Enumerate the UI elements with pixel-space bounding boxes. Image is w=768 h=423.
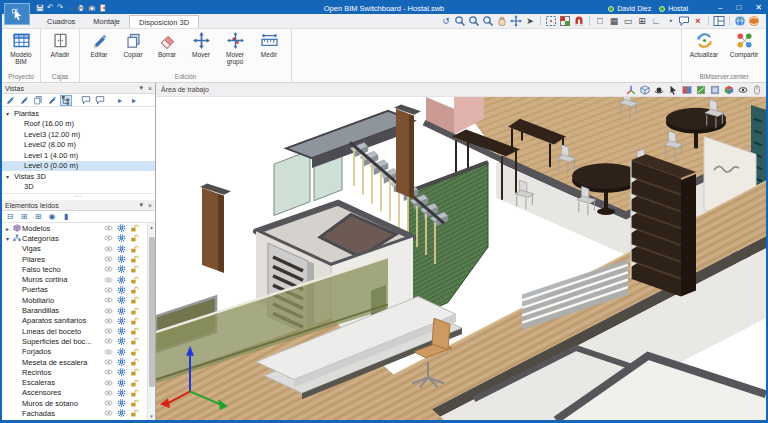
eye-icon[interactable] (104, 234, 113, 242)
zoom-extents-icon[interactable] (468, 15, 480, 27)
lock-icon[interactable] (130, 327, 139, 335)
eye-icon[interactable] (104, 409, 113, 417)
capture-frame-icon[interactable] (545, 15, 557, 27)
app-menu-button[interactable] (4, 3, 30, 25)
planta-level3[interactable]: Level3 (12.00 m) (2, 129, 155, 140)
category-aparatos-sanitarios[interactable]: Aparatos sanitarios (2, 316, 155, 326)
tab-montaje[interactable]: Montaje (84, 15, 129, 28)
category-vigas[interactable]: Vigas (2, 244, 155, 254)
category-muros-sotano[interactable]: Muros de sótano (2, 398, 155, 408)
flag-view-icon[interactable]: ▸ (114, 95, 126, 106)
lock-icon[interactable] (130, 379, 139, 387)
iso-cube-icon[interactable] (640, 85, 650, 95)
multi-view-cube-icon[interactable] (724, 85, 734, 95)
planta-level0-selected[interactable]: Level 0 (0.00 m) (2, 161, 155, 172)
gear-icon[interactable] (117, 276, 126, 284)
orbit-mode-icon[interactable] (654, 85, 664, 95)
delete-tool-icon[interactable]: × (692, 15, 704, 27)
save-icon[interactable] (36, 4, 44, 12)
orbit-icon[interactable]: ↺ (440, 15, 452, 27)
category-mobiliario[interactable]: Mobiliario (2, 295, 155, 305)
flag-view-2-icon[interactable]: ▸ (128, 95, 140, 106)
mover-button[interactable]: Mover (184, 30, 218, 72)
zoom-icon[interactable] (66, 4, 74, 12)
zoom-window-icon[interactable] (454, 15, 466, 27)
search-elements-icon[interactable]: ◉ (46, 211, 58, 222)
eye-icon[interactable] (104, 317, 113, 325)
gear-icon[interactable] (117, 317, 126, 325)
view-tree-icon[interactable] (60, 95, 72, 106)
protractor-icon[interactable]: ◔ (664, 15, 676, 27)
eye-icon[interactable] (104, 348, 113, 356)
render-mode-icon[interactable] (696, 85, 706, 95)
lock-icon[interactable] (130, 337, 139, 345)
export-icon[interactable] (99, 4, 107, 12)
visibility-icon[interactable] (738, 85, 748, 95)
planta-roof[interactable]: Roof (16.00 m) (2, 119, 155, 130)
project-badge[interactable]: Hostal (659, 5, 688, 12)
background-mode-icon[interactable] (710, 85, 720, 95)
rectangle-tool-icon[interactable]: □ (594, 15, 606, 27)
expand-children-icon[interactable]: ⊞ (32, 211, 44, 222)
gear-icon[interactable] (117, 358, 126, 366)
panel-splitter[interactable]: ⋯ (2, 193, 155, 200)
gear-icon[interactable] (117, 389, 126, 397)
gear-icon[interactable] (117, 234, 126, 242)
lock-icon[interactable] (130, 234, 139, 242)
comment-view-2-icon[interactable] (94, 95, 106, 106)
eye-icon[interactable] (104, 399, 113, 407)
planta-level2[interactable]: Level2 (8.00 m) (2, 140, 155, 151)
print-icon[interactable] (77, 4, 85, 12)
vista-3d[interactable]: 3D (2, 182, 155, 193)
medir-button[interactable]: Medir (252, 30, 286, 72)
capture-icon[interactable] (88, 4, 96, 12)
lock-icon[interactable] (130, 399, 139, 407)
redo-icon[interactable]: ↷ (57, 4, 64, 12)
user-badge[interactable]: David Diez (608, 5, 651, 12)
mover-grupo-button[interactable]: Mover grupo (218, 30, 252, 72)
borrar-button[interactable]: Borrar (150, 30, 184, 72)
mouse-help-icon[interactable] (752, 85, 762, 95)
gear-icon[interactable] (117, 379, 126, 387)
category-particion-interior[interactable]: Partición interior (2, 419, 155, 420)
set-square-icon[interactable]: ∟ (650, 15, 662, 27)
gear-icon[interactable] (117, 296, 126, 304)
lock-icon[interactable] (130, 276, 139, 284)
web-icon[interactable] (734, 15, 746, 27)
elementos-scrollbar[interactable]: ▴▾ (147, 223, 155, 420)
modelos-row[interactable]: ▸Modelos (2, 223, 155, 233)
gear-icon[interactable] (117, 327, 126, 335)
lock-icon[interactable] (130, 255, 139, 263)
lock-icon[interactable] (130, 348, 139, 356)
gear-icon[interactable] (117, 224, 126, 232)
lock-icon[interactable] (130, 224, 139, 232)
eye-icon[interactable] (104, 327, 113, 335)
eye-icon[interactable] (104, 224, 113, 232)
tab-disposicion-3d[interactable]: Disposición 3D (129, 15, 199, 28)
lock-icon[interactable] (130, 358, 139, 366)
workspace-tab-label[interactable]: Área de trabajo (161, 86, 209, 93)
elementos-collapse-icon[interactable]: ▾ (139, 201, 143, 209)
actualizar-button[interactable]: Actualizar (684, 30, 724, 72)
dimension-tool-icon[interactable]: ▭ (622, 15, 634, 27)
section-box-icon[interactable] (559, 15, 571, 27)
modelo-bim-button[interactable]: Modelo BIM (4, 30, 38, 72)
vistas3d-group-row[interactable]: ▾Vistas 3D (2, 171, 155, 182)
lock-icon[interactable] (130, 296, 139, 304)
tab-cuadros[interactable]: Cuadros (38, 15, 84, 28)
bimserver-sphere-icon[interactable] (748, 15, 760, 27)
eye-icon[interactable] (104, 389, 113, 397)
lock-icon[interactable] (130, 368, 139, 376)
walk-axes-icon[interactable] (626, 85, 636, 95)
eye-icon[interactable] (104, 337, 113, 345)
category-fachadas[interactable]: Fachadas (2, 408, 155, 418)
dimension-edit-icon[interactable]: ⊞ (636, 15, 648, 27)
lock-icon[interactable] (130, 265, 139, 273)
category-escaleras[interactable]: Escaleras (2, 377, 155, 387)
category-falso-techo[interactable]: Falso techo (2, 264, 155, 274)
plantas-group-row[interactable]: ▾Plantas (2, 108, 155, 119)
category-pilares[interactable]: Pilares (2, 254, 155, 264)
category-puertas[interactable]: Puertas (2, 285, 155, 295)
gear-icon[interactable] (117, 245, 126, 253)
options-icon[interactable]: ▮ (60, 211, 72, 222)
